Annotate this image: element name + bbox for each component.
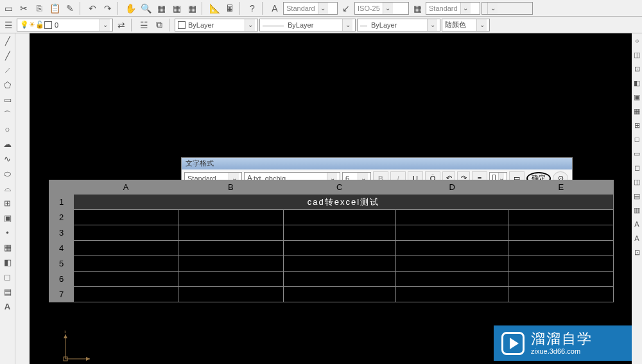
- layer-name: 0: [55, 21, 58, 29]
- gradient-icon[interactable]: ◧: [1, 256, 14, 269]
- dim-style-icon[interactable]: ↙: [339, 1, 353, 15]
- modify-icon-9[interactable]: ▭: [632, 147, 641, 160]
- table-col-C[interactable]: C: [283, 180, 395, 195]
- layers-icon[interactable]: ☰: [1, 18, 15, 32]
- modify-icon-11[interactable]: ◫: [632, 175, 641, 188]
- table-icon[interactable]: ▦: [185, 1, 199, 15]
- layer-prev-icon[interactable]: ⇄: [114, 18, 128, 32]
- chevron-down-icon[interactable]: ⌄: [476, 19, 487, 31]
- table-style-dropdown[interactable]: Standard ⌄: [426, 2, 480, 15]
- rectangle-icon[interactable]: ▭: [1, 93, 14, 107]
- table-col-A[interactable]: A: [74, 180, 178, 195]
- color-dropdown[interactable]: ByLayer ⌄: [175, 19, 258, 31]
- paste-icon[interactable]: 📋: [48, 1, 62, 15]
- ellipse-arc-icon[interactable]: ⌓: [1, 182, 14, 195]
- cad-table[interactable]: A B C D E 1 cad转excel测试 2 3 4 5 6 7: [49, 180, 614, 302]
- row-num[interactable]: 5: [49, 256, 74, 272]
- linetype-dropdown[interactable]: ——— ByLayer ⌄: [259, 19, 356, 31]
- revcloud-icon[interactable]: ☁: [1, 137, 14, 151]
- row-num[interactable]: 4: [49, 241, 74, 256]
- text-style-icon[interactable]: A: [268, 1, 282, 15]
- xref-icon[interactable]: ▦: [169, 1, 184, 15]
- table-row: 3: [49, 225, 614, 241]
- layer-dropdown[interactable]: 💡 ☀ 🔓 0 ⌄: [17, 19, 113, 31]
- linetype-value: ByLayer: [288, 21, 313, 29]
- modify-icon-16[interactable]: ⊡: [632, 246, 641, 259]
- lineweight-dropdown[interactable]: — ByLayer ⌄: [357, 19, 440, 31]
- chevron-down-icon[interactable]: ⌄: [487, 3, 498, 14]
- lock-icon: 🔓: [35, 21, 44, 29]
- block-icon[interactable]: ▦: [154, 1, 168, 15]
- arc-icon[interactable]: ⌒: [1, 108, 14, 121]
- modify-icon-8[interactable]: □: [632, 133, 641, 146]
- region-icon[interactable]: ◻: [1, 270, 14, 284]
- modify-icon-6[interactable]: ▦: [632, 105, 641, 117]
- table-style-icon[interactable]: ▦: [410, 1, 424, 15]
- copy-icon[interactable]: ⎘: [32, 1, 46, 15]
- modify-icon-5[interactable]: ▣: [632, 91, 641, 103]
- modify-icon-2[interactable]: ◫: [632, 48, 641, 61]
- modify-icon-12[interactable]: ▤: [632, 189, 641, 202]
- draw-tool-column-2: [15, 33, 30, 364]
- chevron-down-icon[interactable]: ⌄: [427, 19, 437, 31]
- block-icon[interactable]: ▣: [1, 211, 14, 225]
- modify-icon-10[interactable]: ◻: [632, 161, 641, 174]
- color-value: ByLayer: [188, 21, 214, 29]
- right-toolbar: ⟐ ◫ ⊡ ◧ ▣ ▦ ⊞ □ ▭ ◻ ◫ ▤ ▥ A A ⊡: [632, 33, 642, 364]
- row-num[interactable]: 3: [49, 225, 74, 241]
- drawing-canvas[interactable]: 文字格式 Standard ⌄ A̶ txt, gbcbig ⌄ 6 ⌄ B I…: [30, 33, 632, 364]
- modify-icon-3[interactable]: ⊡: [632, 62, 641, 75]
- calc-icon[interactable]: 🖩: [223, 1, 237, 15]
- pan-icon[interactable]: ✋: [123, 1, 137, 15]
- chevron-down-icon[interactable]: ⌄: [245, 19, 255, 31]
- table-title-cell[interactable]: cad转excel测试: [74, 195, 614, 210]
- measure-icon[interactable]: 📐: [207, 1, 221, 15]
- undo-icon[interactable]: ↶: [85, 1, 100, 15]
- row-num[interactable]: 7: [49, 287, 74, 302]
- ellipse-icon[interactable]: ⬭: [1, 167, 14, 180]
- polygon-icon[interactable]: ⬠: [1, 78, 14, 92]
- plotstyle-dropdown[interactable]: 随颜色 ⌄: [442, 19, 490, 31]
- chevron-down-icon[interactable]: ⌄: [460, 3, 471, 14]
- empty-dropdown[interactable]: ⌄: [482, 2, 533, 15]
- text-style-value: Standard: [286, 4, 315, 12]
- modify-icon-13[interactable]: ▥: [632, 204, 641, 216]
- spline-icon[interactable]: ∿: [1, 152, 14, 166]
- chevron-down-icon[interactable]: ⌄: [383, 3, 393, 14]
- circle-icon[interactable]: ○: [1, 123, 14, 136]
- chevron-down-icon[interactable]: ⌄: [318, 3, 328, 14]
- layerstate-icon[interactable]: ☱: [137, 18, 151, 32]
- chevron-down-icon[interactable]: ⌄: [100, 19, 110, 31]
- redo-icon[interactable]: ↷: [101, 1, 115, 15]
- help-icon[interactable]: ?: [245, 1, 259, 15]
- line-icon[interactable]: ╱: [1, 34, 14, 48]
- polyline-icon[interactable]: ⟋: [1, 64, 14, 77]
- text-style-dropdown[interactable]: Standard ⌄: [283, 2, 338, 15]
- dim-style-dropdown[interactable]: ISO-25 ⌄: [354, 2, 409, 15]
- table-row-1-num[interactable]: 1: [49, 195, 74, 210]
- table-col-E[interactable]: E: [508, 180, 614, 195]
- table-col-B[interactable]: B: [178, 180, 283, 195]
- draw-tool-column: ╱ ╱ ⟋ ⬠ ▭ ⌒ ○ ☁ ∿ ⬭ ⌓ ⊞ ▣ • ▦ ◧ ◻ ▤ A: [0, 33, 15, 364]
- new-icon[interactable]: ▭: [1, 1, 15, 15]
- cut-icon[interactable]: ✂: [17, 1, 31, 15]
- modify-icon-4[interactable]: ◧: [632, 76, 641, 89]
- row-num[interactable]: 2: [49, 210, 74, 225]
- layer-tool-icon[interactable]: ⧉: [152, 18, 166, 32]
- table-col-D[interactable]: D: [396, 180, 508, 195]
- modify-icon-1[interactable]: ⟐: [632, 34, 641, 47]
- modify-icon-15[interactable]: A: [632, 232, 641, 245]
- xline-icon[interactable]: ╱: [1, 49, 14, 62]
- table-tool-icon[interactable]: ▤: [1, 285, 14, 299]
- insert-icon[interactable]: ⊞: [1, 196, 14, 210]
- zoom-icon[interactable]: 🔍: [139, 1, 153, 15]
- chevron-down-icon[interactable]: ⌄: [342, 19, 352, 31]
- hatch-icon[interactable]: ▦: [1, 241, 14, 254]
- row-num[interactable]: 6: [49, 272, 74, 287]
- point-icon[interactable]: •: [1, 226, 14, 239]
- modify-icon-14[interactable]: A: [632, 218, 641, 230]
- mtext-icon[interactable]: A: [1, 300, 14, 313]
- modify-icon-7[interactable]: ⊞: [632, 119, 641, 132]
- match-icon[interactable]: ✎: [63, 1, 77, 15]
- main-toolbar-2: ☰ 💡 ☀ 🔓 0 ⌄ ⇄ ☱ ⧉ ByLayer ⌄ ——— ByLayer …: [0, 17, 642, 33]
